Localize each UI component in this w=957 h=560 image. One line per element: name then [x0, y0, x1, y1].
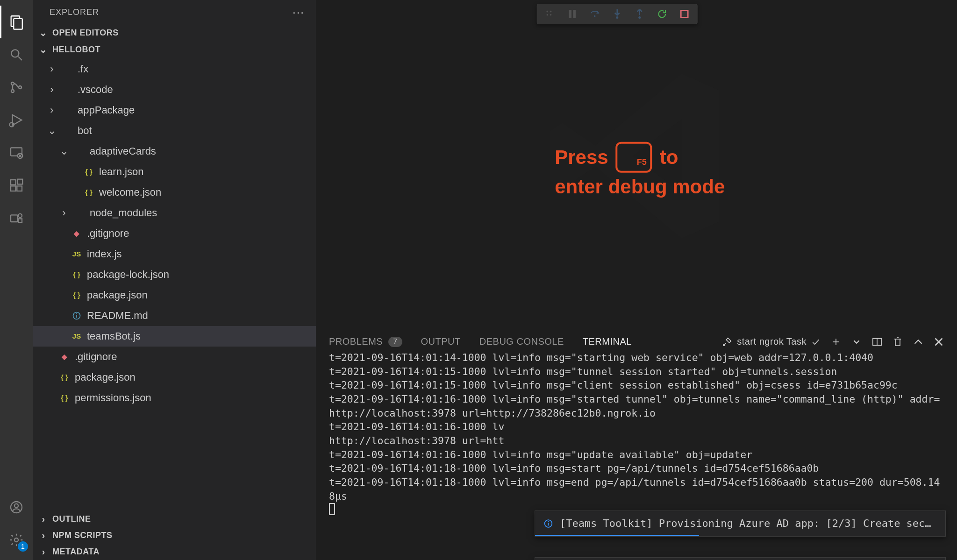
tab-output[interactable]: OUTPUT	[421, 336, 461, 347]
npm-scripts-label: NPM SCRIPTS	[52, 531, 113, 540]
blank-icon	[62, 84, 73, 95]
tree-row[interactable]: README.md	[33, 305, 316, 326]
new-terminal-icon[interactable]	[831, 337, 841, 347]
tree-label: welcome.json	[99, 182, 161, 203]
task-indicator[interactable]: start ngrok Task	[722, 336, 821, 347]
chevron-right-icon: ›	[39, 530, 48, 541]
tab-debug-console-label: DEBUG CONSOLE	[479, 336, 564, 347]
gitignore-file-icon: ◆	[59, 351, 70, 362]
terminal-output[interactable]: t=2021-09-16T14:01:14-1000 lvl=info msg=…	[316, 351, 957, 560]
tools-icon	[722, 337, 732, 347]
notification-toast[interactable]: [Teams Toolkit] Local debugging: [1/1] R…	[535, 557, 946, 560]
npm-scripts-section[interactable]: › NPM SCRIPTS	[33, 527, 316, 544]
chevron-right-icon: ›	[59, 203, 69, 223]
terminal-line: t=2021-09-16T14:01:16-1000 lvl=info msg=…	[329, 392, 944, 420]
json-file-icon: { }	[59, 372, 70, 383]
chevron-right-icon: ›	[47, 59, 57, 79]
terminal-line: t=2021-09-16T14:01:14-1000 lvl=info msg=…	[329, 351, 944, 365]
tree-row[interactable]: ◆.gitignore	[33, 223, 316, 244]
task-label: start ngrok Task	[737, 336, 807, 347]
tree-row[interactable]: ◆.gitignore	[33, 347, 316, 367]
remote-explorer-activity-icon[interactable]	[0, 136, 33, 169]
tree-row[interactable]: { }package.json	[33, 285, 316, 305]
tree-row[interactable]: { }learn.json	[33, 162, 316, 182]
json-file-icon: { }	[71, 269, 82, 280]
metadata-label: METADATA	[52, 547, 100, 557]
tree-label: README.md	[87, 305, 148, 326]
run-debug-activity-icon[interactable]	[0, 104, 33, 136]
maximize-panel-icon[interactable]	[913, 339, 923, 345]
tab-terminal-label: TERMINAL	[583, 336, 632, 347]
editor-area: Press F5 to enter debug mode PROBLEMS 7 …	[316, 0, 957, 560]
tab-problems[interactable]: PROBLEMS 7	[329, 336, 402, 347]
check-icon	[811, 337, 821, 347]
tree-label: package.json	[75, 367, 136, 388]
overlay-key: F5	[637, 156, 647, 168]
outline-section[interactable]: › OUTLINE	[33, 511, 316, 527]
tree-label: node_modules	[90, 203, 157, 223]
tree-row[interactable]: { }welcome.json	[33, 182, 316, 203]
accounts-icon[interactable]	[0, 491, 33, 524]
settings-gear-icon[interactable]: 1	[0, 524, 33, 556]
tree-row[interactable]: ›.vscode	[33, 79, 316, 100]
explorer-activity-icon[interactable]	[0, 6, 33, 38]
source-control-activity-icon[interactable]	[0, 71, 33, 104]
tab-terminal[interactable]: TERMINAL	[583, 336, 632, 347]
file-tree: ›.fx›.vscode›appPackage⌄bot⌄adaptiveCard…	[33, 58, 316, 408]
close-panel-icon[interactable]	[934, 338, 944, 346]
open-editors-section[interactable]: ⌄ OPEN EDITORS	[33, 24, 316, 41]
search-activity-icon[interactable]	[0, 38, 33, 71]
tree-label: package.json	[87, 285, 148, 305]
tree-row[interactable]: ›.fx	[33, 59, 316, 79]
debug-hint-overlay: Press F5 to enter debug mode	[555, 143, 725, 200]
f5-keycap-icon: F5	[616, 142, 652, 172]
tree-row[interactable]: { }package.json	[33, 367, 316, 388]
tree-label: learn.json	[99, 162, 143, 182]
chevron-down-icon: ⌄	[47, 121, 57, 141]
tree-row[interactable]: { }package-lock.json	[33, 264, 316, 285]
notification-toast[interactable]: [Teams Toolkit] Provisioning Azure AD ap…	[535, 510, 946, 537]
blank-icon	[62, 105, 73, 116]
more-actions-icon[interactable]: ···	[293, 6, 305, 19]
terminal-dropdown-icon[interactable]	[851, 339, 862, 345]
info-icon	[543, 518, 553, 529]
settings-badge: 1	[18, 541, 28, 552]
teams-toolkit-activity-icon[interactable]	[0, 202, 33, 234]
chevron-down-icon: ⌄	[39, 44, 48, 55]
bottom-panel: PROBLEMS 7 OUTPUT DEBUG CONSOLE TERMINAL…	[316, 332, 957, 560]
svg-rect-14	[11, 186, 16, 191]
tree-label: package-lock.json	[87, 264, 169, 285]
kill-terminal-icon[interactable]	[893, 337, 903, 347]
tree-row[interactable]: JSteamsBot.js	[33, 326, 316, 347]
tree-label: permissions.json	[75, 388, 151, 408]
progress-bar	[535, 535, 699, 536]
workspace-section[interactable]: ⌄ HELLOBOT	[33, 41, 316, 58]
tree-row[interactable]: ›node_modules	[33, 203, 316, 223]
tree-label: .fx	[78, 59, 88, 79]
tree-row[interactable]: ›appPackage	[33, 100, 316, 121]
tree-label: appPackage	[78, 100, 135, 121]
split-terminal-icon[interactable]	[872, 337, 882, 347]
terminal-line: t=2021-09-16T14:01:15-1000 lvl=info msg=…	[329, 378, 944, 392]
tree-row[interactable]: ⌄adaptiveCards	[33, 141, 316, 162]
chevron-right-icon: ›	[47, 100, 57, 121]
terminal-line: t=2021-09-16T14:01:16-1000 lv	[329, 420, 944, 434]
extensions-activity-icon[interactable]	[0, 169, 33, 202]
terminal-line: t=2021-09-16T14:01:18-1000 lvl=info msg=…	[329, 461, 944, 475]
overlay-to: to	[660, 144, 678, 171]
json-file-icon: { }	[83, 166, 94, 177]
tree-row[interactable]: { }permissions.json	[33, 388, 316, 408]
svg-point-24	[76, 313, 77, 314]
chevron-right-icon: ›	[39, 546, 48, 557]
info-file-icon	[71, 310, 82, 321]
js-file-icon: JS	[71, 331, 82, 342]
tab-debug-console[interactable]: DEBUG CONSOLE	[479, 336, 564, 347]
tree-row[interactable]: JSindex.js	[33, 244, 316, 264]
svg-point-47	[548, 521, 549, 522]
metadata-section[interactable]: › METADATA	[33, 544, 316, 560]
tree-row[interactable]: ⌄bot	[33, 121, 316, 141]
svg-point-20	[14, 504, 18, 508]
json-file-icon: { }	[71, 290, 82, 301]
chevron-down-icon: ⌄	[59, 141, 69, 162]
tree-label: .gitignore	[87, 223, 129, 244]
